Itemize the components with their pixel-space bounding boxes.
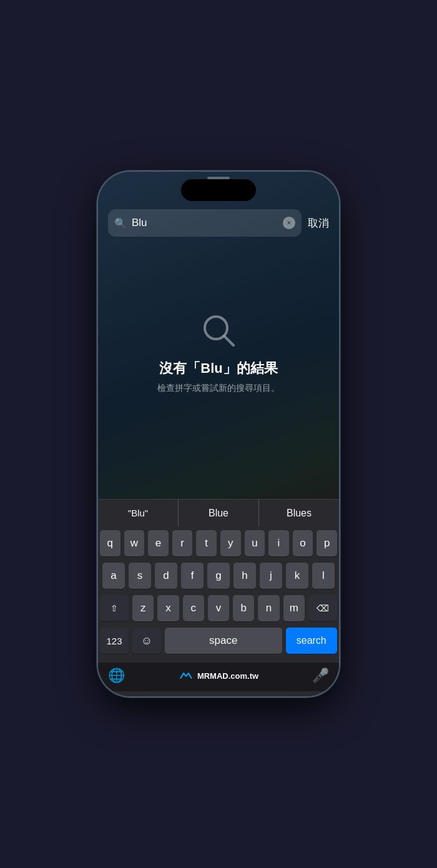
phone-frame: 🔍 Blu × 取消 沒有「Blu」的結果 檢查拼字或嘗試新的搜尋項目。 "Bl… [97,170,340,698]
dynamic-island [181,179,256,201]
autocomplete-item-0[interactable]: "Blu" [98,500,179,526]
key-q[interactable]: q [100,530,120,556]
watermark: MRMAD.com.tw [179,671,258,681]
keyboard-area: "Blu" Blue Blues q w e r t y u i o p [98,499,339,696]
bottom-bar: 🌐 MRMAD.com.tw 🎤 [98,663,339,691]
no-results-title: 沒有「Blu」的結果 [159,359,277,378]
key-i[interactable]: i [268,530,289,556]
key-m[interactable]: m [283,595,305,621]
key-d[interactable]: d [155,563,177,589]
key-emoji[interactable]: ☺ [132,628,161,654]
key-t[interactable]: t [196,530,217,556]
key-o[interactable]: o [293,530,313,556]
svg-line-1 [224,336,233,345]
key-p[interactable]: p [317,530,337,556]
key-s[interactable]: s [129,563,151,589]
search-query[interactable]: Blu [132,217,278,229]
key-z[interactable]: z [132,595,154,621]
no-results-area: 沒有「Blu」的結果 檢查拼字或嘗試新的搜尋項目。 [98,244,339,499]
key-x[interactable]: x [157,595,179,621]
key-a[interactable]: a [102,563,125,589]
keyboard-rows: q w e r t y u i o p a s d f g [98,526,339,663]
key-row-3: ⇧ z x c v b n m ⌫ [100,595,337,621]
key-u[interactable]: u [245,530,265,556]
key-row-4: 123 ☺ space search [100,628,337,654]
key-k[interactable]: k [286,563,308,589]
key-f[interactable]: f [181,563,204,589]
key-l[interactable]: l [312,563,335,589]
mic-icon[interactable]: 🎤 [312,668,329,684]
key-g[interactable]: g [207,563,230,589]
autocomplete-item-1[interactable]: Blue [179,500,259,526]
watermark-logo [179,671,194,680]
watermark-text: MRMAD.com.tw [197,671,258,681]
clear-button[interactable]: × [283,217,295,229]
pull-indicator [207,177,230,179]
autocomplete-bar: "Blu" Blue Blues [98,499,339,526]
power-button[interactable] [339,272,340,322]
key-h[interactable]: h [233,563,256,589]
screen-content: 🔍 Blu × 取消 沒有「Blu」的結果 檢查拼字或嘗試新的搜尋項目。 "Bl… [98,172,339,696]
no-results-icon [200,312,237,349]
search-icon: 🔍 [114,217,127,229]
key-e[interactable]: e [148,530,169,556]
key-row-2: a s d f g h j k l [100,563,337,589]
search-bar[interactable]: 🔍 Blu × [108,209,302,237]
key-search[interactable]: search [286,628,338,654]
cancel-button[interactable]: 取消 [308,216,329,230]
key-c[interactable]: c [183,595,204,621]
key-space[interactable]: space [165,628,282,654]
key-y[interactable]: y [220,530,241,556]
key-row-1: q w e r t y u i o p [100,530,337,556]
no-results-subtitle: 檢查拼字或嘗試新的搜尋項目。 [157,383,280,394]
key-n[interactable]: n [258,595,279,621]
autocomplete-item-2[interactable]: Blues [259,500,339,526]
key-j[interactable]: j [260,563,282,589]
key-w[interactable]: w [124,530,145,556]
key-numbers[interactable]: 123 [100,628,129,654]
key-v[interactable]: v [208,595,229,621]
key-r[interactable]: r [172,530,193,556]
globe-icon[interactable]: 🌐 [108,668,125,684]
key-shift[interactable]: ⇧ [100,595,129,621]
key-delete[interactable]: ⌫ [308,595,337,621]
key-b[interactable]: b [233,595,254,621]
